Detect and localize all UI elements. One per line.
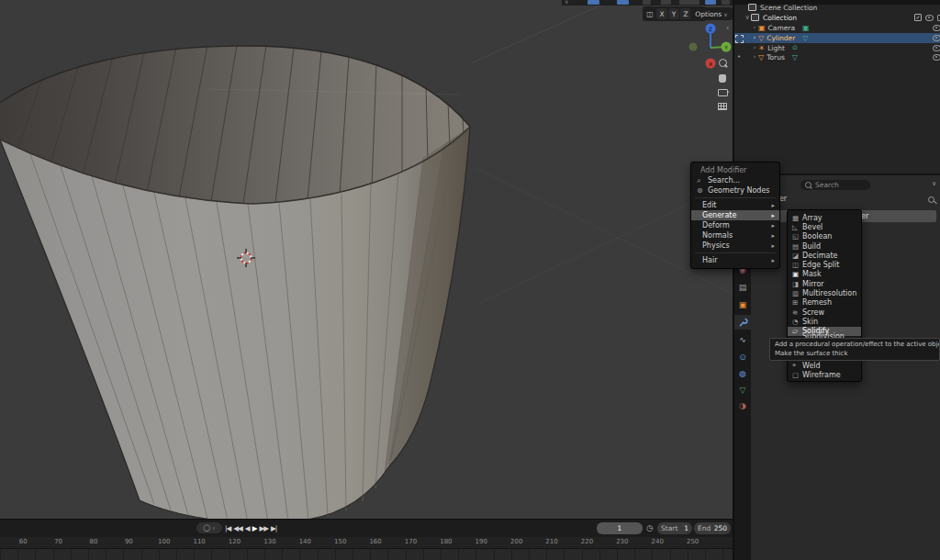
mirror-icon[interactable]: ◫: [644, 10, 655, 18]
output-tab[interactable]: ▤: [734, 280, 751, 295]
data-tab[interactable]: ▽: [734, 383, 751, 398]
pin-icon[interactable]: [928, 196, 934, 203]
menu-item-hair[interactable]: Hair ▸: [691, 255, 779, 265]
mesh-data-icon: ▽: [802, 34, 808, 42]
outliner-row-cylinder[interactable]: › ▽ Cylinder ▽: [734, 33, 940, 43]
expander-icon[interactable]: ›: [751, 34, 758, 41]
panel-collapse-arrow[interactable]: ‹: [726, 24, 729, 32]
frame-end-field[interactable]: End 250: [694, 522, 731, 534]
eye-icon[interactable]: [933, 45, 940, 51]
3d-viewport[interactable]: ∨ ◫ X Y Z ◡ Options ∨: [0, 0, 733, 519]
row-label: Camera: [768, 24, 795, 32]
particles-tab[interactable]: ∿: [734, 332, 751, 347]
tooltip-text: Add a procedural operation/effect to the…: [775, 341, 940, 348]
mode-button-partial[interactable]: [617, 0, 629, 5]
menu-item-geometry-nodes[interactable]: ⊛ Geometry Nodes: [691, 185, 779, 196]
cylinder-mesh[interactable]: [0, 0, 733, 519]
header-button-partial[interactable]: [679, 0, 699, 5]
submenu-item-mirror[interactable]: ◨Mirror: [788, 279, 861, 288]
object-tab[interactable]: ▣: [734, 297, 751, 312]
header-button-partial[interactable]: [705, 0, 716, 5]
outliner-row-collection[interactable]: ∨ Collection ✓: [734, 13, 940, 23]
menu-item-generate[interactable]: Generate ▸: [691, 210, 779, 220]
perspective-grid-icon[interactable]: [715, 100, 730, 113]
eye-icon[interactable]: [933, 25, 940, 31]
current-frame-field[interactable]: 1: [597, 522, 643, 534]
camera-data-icon: ▣: [802, 24, 810, 32]
eye-icon[interactable]: [925, 15, 934, 21]
stopwatch-icon[interactable]: ◷: [646, 523, 654, 532]
jump-to-start-button[interactable]: |◀: [225, 524, 230, 532]
header-button-partial[interactable]: [722, 0, 730, 5]
frame-ruler[interactable]: 6070 8090 100110 120130 140150 160170 18…: [0, 537, 733, 548]
submenu-item-build[interactable]: ▤Build: [788, 241, 861, 251]
row-label: Collection: [763, 14, 797, 22]
submenu-item-array[interactable]: ▦Array: [788, 213, 861, 222]
outliner-row-torus[interactable]: • › ▽ Torus ▽: [734, 52, 940, 62]
submenu-item-edge-split[interactable]: ◫Edge Split: [788, 261, 861, 270]
outliner-row-light[interactable]: › ☀ Light ⊙: [734, 43, 940, 53]
menu-separator: [695, 197, 776, 198]
play-reverse-button[interactable]: ◀: [245, 524, 250, 532]
submenu-item-boolean[interactable]: ◱Boolean: [788, 232, 861, 241]
submenu-arrow-icon: ▸: [771, 202, 775, 209]
weld-icon: ⌖: [792, 361, 802, 370]
jump-to-end-button[interactable]: ▶|: [271, 524, 276, 532]
wrench-icon: [738, 318, 748, 328]
submenu-item-remesh[interactable]: ⊞Remesh: [788, 298, 861, 308]
expander-icon[interactable]: ›: [751, 24, 758, 31]
properties-search-input[interactable]: Search: [800, 180, 870, 190]
submenu-item-bevel[interactable]: ◺Bevel: [788, 222, 861, 231]
submenu-item-mask[interactable]: ▣Mask: [788, 270, 861, 279]
menu-item-search[interactable]: ⌕ Search...: [691, 175, 779, 185]
submenu-item-screw[interactable]: ≋Screw: [788, 308, 861, 317]
expander-icon[interactable]: ›: [751, 44, 758, 51]
submenu-arrow-icon: ▸: [771, 257, 775, 264]
svg-text:Z: Z: [709, 26, 712, 32]
header-button-partial[interactable]: [643, 0, 651, 5]
menu-item-edit[interactable]: Edit ▸: [691, 200, 779, 210]
menu-item-normals[interactable]: Normals ▸: [691, 230, 779, 241]
eye-icon[interactable]: [933, 35, 940, 41]
end-label: End: [698, 524, 711, 532]
mask-icon: ▣: [792, 270, 802, 278]
timeline-track[interactable]: [0, 548, 733, 560]
submenu-item-decimate[interactable]: ◪Decimate: [788, 251, 861, 260]
submenu-item-wireframe[interactable]: ▢Wireframe: [788, 370, 861, 379]
submenu-item-multiresolution[interactable]: ▥Multiresolution: [788, 288, 861, 297]
material-tab[interactable]: ◑: [734, 398, 751, 413]
chevron-down-icon[interactable]: ∨: [932, 180, 936, 187]
header-button-partial[interactable]: [661, 0, 671, 5]
expander-icon[interactable]: ∨: [744, 14, 751, 21]
prev-keyframe-button[interactable]: ◀◀: [233, 524, 242, 532]
modifiers-tab[interactable]: [734, 315, 751, 330]
menu-item-physics[interactable]: Physics ▸: [691, 241, 779, 251]
frame-start-field[interactable]: Start 1: [657, 522, 692, 534]
physics-tab[interactable]: ⊙: [734, 350, 751, 364]
row-label: Cylinder: [767, 34, 795, 42]
mirror-x-button[interactable]: X: [656, 8, 667, 19]
tooltip-line2: Make the surface thick: [775, 350, 934, 359]
eye-icon[interactable]: [933, 54, 940, 61]
submenu-item-weld[interactable]: ⌖Weld: [788, 361, 861, 370]
light-data-icon: ⊙: [792, 44, 798, 51]
options-dropdown[interactable]: Options ∨: [690, 7, 733, 20]
menu-separator: [695, 252, 776, 253]
next-keyframe-button[interactable]: ▶▶: [259, 524, 268, 532]
auto-keying-button[interactable]: ◯ ∨: [196, 522, 222, 533]
checkbox-icon[interactable]: ✓: [914, 14, 922, 21]
camera-view-icon[interactable]: [715, 86, 730, 99]
outliner-row-scene-collection[interactable]: Scene Collection: [734, 3, 940, 13]
current-frame-value: 1: [618, 524, 622, 532]
outliner-row-camera[interactable]: › ▣ Camera ▣: [734, 23, 940, 33]
submenu-item-skin[interactable]: ◔Skin: [788, 317, 861, 326]
fluid-tab[interactable]: ◍: [734, 366, 751, 381]
zoom-icon[interactable]: [715, 56, 730, 69]
header-caret[interactable]: ∨: [565, 0, 568, 5]
play-button[interactable]: ▶: [252, 524, 257, 532]
mirror-y-button[interactable]: Y: [668, 8, 679, 19]
mode-button-partial[interactable]: [588, 0, 599, 5]
expander-icon[interactable]: ›: [751, 53, 758, 61]
move-hand-icon[interactable]: [715, 72, 730, 84]
menu-item-deform[interactable]: Deform ▸: [691, 220, 779, 230]
